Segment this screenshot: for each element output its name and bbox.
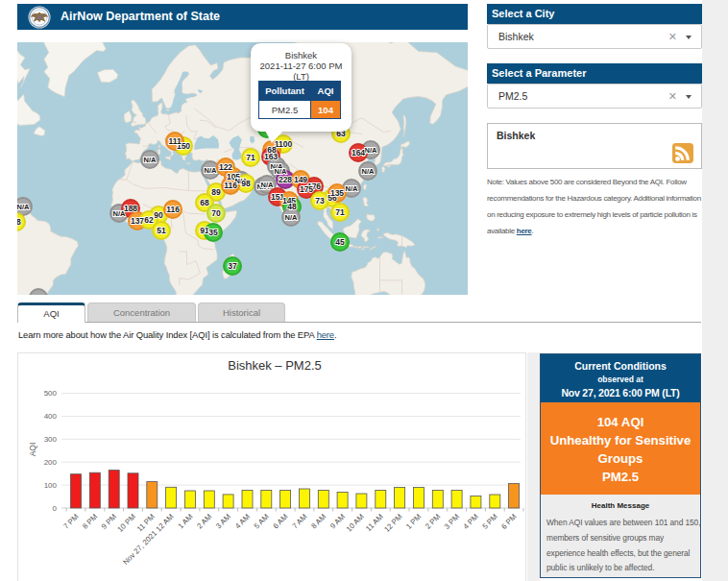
svg-text:62: 62 [144, 215, 154, 225]
svg-text:3 AM: 3 AM [214, 513, 232, 531]
svg-text:48: 48 [287, 202, 297, 211]
svg-text:N/A: N/A [362, 167, 376, 176]
svg-text:228: 228 [279, 175, 292, 184]
svg-text:N/A: N/A [346, 184, 359, 193]
svg-text:2 AM: 2 AM [195, 513, 213, 531]
svg-text:4 PM: 4 PM [462, 513, 480, 531]
svg-text:116: 116 [224, 181, 237, 190]
svg-text:7 PM: 7 PM [61, 513, 80, 531]
svg-text:6 PM: 6 PM [499, 513, 518, 531]
svg-text:122: 122 [219, 162, 232, 172]
svg-text:10 AM: 10 AM [345, 513, 366, 534]
svg-text:71: 71 [335, 207, 345, 217]
svg-text:10 PM: 10 PM [116, 513, 137, 534]
svg-text:135: 135 [330, 188, 344, 198]
svg-text:N/A: N/A [144, 156, 158, 164]
svg-text:0: 0 [53, 504, 58, 513]
svg-text:1 PM: 1 PM [404, 513, 423, 531]
svg-text:68: 68 [200, 198, 209, 207]
svg-text:164: 164 [352, 148, 365, 157]
svg-text:8 AM: 8 AM [309, 513, 328, 531]
svg-text:35: 35 [208, 228, 218, 237]
svg-text:Bishkek – PM2.5: Bishkek – PM2.5 [228, 358, 322, 373]
svg-text:100: 100 [44, 481, 58, 490]
svg-text:N/A: N/A [285, 213, 299, 222]
svg-text:500: 500 [44, 389, 58, 398]
svg-text:163: 163 [264, 152, 278, 161]
svg-text:200: 200 [44, 458, 58, 467]
svg-text:6 AM: 6 AM [272, 513, 290, 531]
svg-text:89: 89 [211, 187, 221, 197]
svg-text:175: 175 [300, 184, 313, 194]
svg-text:2 PM: 2 PM [424, 513, 442, 531]
svg-text:98: 98 [241, 179, 251, 188]
svg-text:12 PM: 12 PM [382, 513, 403, 534]
svg-text:400: 400 [44, 412, 58, 421]
svg-text:90: 90 [154, 210, 163, 220]
svg-text:111: 111 [168, 136, 182, 146]
svg-text:11 AM: 11 AM [364, 513, 385, 534]
svg-text:45: 45 [335, 237, 345, 247]
svg-text:5 PM: 5 PM [480, 513, 498, 531]
svg-text:70: 70 [211, 208, 221, 218]
svg-text:188: 188 [124, 204, 137, 213]
svg-text:N/A: N/A [205, 166, 218, 175]
svg-text:4 AM: 4 AM [233, 513, 252, 531]
svg-text:8 PM: 8 PM [81, 513, 99, 531]
svg-text:116: 116 [166, 205, 180, 214]
svg-text:7 AM: 7 AM [290, 513, 308, 531]
svg-text:N/A: N/A [365, 146, 378, 155]
svg-text:51: 51 [157, 226, 166, 235]
svg-text:5 AM: 5 AM [253, 513, 271, 531]
svg-text:1 AM: 1 AM [176, 513, 194, 531]
svg-text:37: 37 [228, 261, 237, 271]
svg-text:149: 149 [294, 175, 307, 184]
svg-text:N/A: N/A [17, 203, 30, 211]
svg-text:3 PM: 3 PM [443, 513, 461, 531]
svg-text:48: 48 [17, 217, 21, 227]
svg-text:AQI: AQI [28, 443, 37, 457]
svg-text:N/A: N/A [261, 181, 275, 189]
svg-text:73: 73 [315, 196, 325, 206]
svg-text:300: 300 [44, 435, 58, 444]
svg-text:71: 71 [246, 153, 255, 162]
svg-text:N/A: N/A [33, 294, 46, 295]
svg-text:137: 137 [131, 216, 144, 226]
